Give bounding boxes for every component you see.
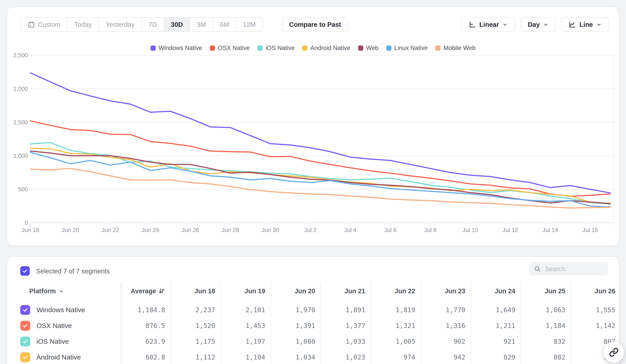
date-value: 1,023: [346, 353, 365, 361]
date-value: 1,034: [296, 353, 315, 361]
search-icon: [534, 265, 541, 273]
column-divider: [370, 283, 371, 364]
platform-name: OSX Native: [37, 322, 72, 329]
row-checkbox[interactable]: [20, 336, 30, 346]
date-value: 1,112: [196, 353, 215, 361]
table-row: OSX Native876.51,5201,4531,3911,3771,321…: [7, 318, 619, 334]
average-header-label: Average: [131, 288, 156, 295]
svg-text:Jul 16: Jul 16: [583, 227, 598, 233]
average-column-header[interactable]: Average: [131, 288, 165, 295]
svg-text:2,500: 2,500: [13, 52, 28, 59]
row-checkbox[interactable]: [20, 352, 30, 362]
date-column-header[interactable]: Jun 22: [394, 288, 415, 295]
date-value: 1,649: [496, 306, 515, 314]
search-box: [529, 262, 608, 275]
svg-text:Jun 26: Jun 26: [182, 227, 199, 233]
date-value: 921: [504, 338, 515, 345]
table-rows: Windows Native1,184.82,2372,1011,9701,89…: [7, 302, 619, 364]
selected-summary: Selected 7 of 7 segments: [36, 268, 110, 275]
date-column-header[interactable]: Jun 25: [545, 288, 565, 295]
svg-text:Jul 6: Jul 6: [384, 227, 397, 233]
column-divider: [571, 283, 571, 364]
date-value: 2,101: [246, 306, 265, 314]
chevron-down-icon: [59, 289, 64, 294]
share-link-fab[interactable]: [603, 342, 624, 363]
date-column-header[interactable]: Jun 18: [195, 288, 215, 295]
table-row: Windows Native1,184.82,2372,1011,9701,89…: [7, 302, 619, 318]
date-value: 1,033: [346, 338, 365, 345]
average-value: 876.5: [146, 322, 165, 329]
row-checkbox[interactable]: [20, 305, 30, 315]
average-value: 623.9: [146, 338, 165, 345]
date-value: 1,453: [246, 322, 265, 329]
column-divider: [220, 283, 221, 364]
sort-descending-icon: [158, 288, 165, 295]
date-value: 1,377: [346, 322, 365, 329]
svg-text:Jun 20: Jun 20: [62, 227, 79, 233]
line-chart: 05001,0001,5002,0002,500Jun 18Jun 20Jun …: [7, 7, 620, 241]
date-value: 1,555: [596, 306, 615, 314]
column-divider: [320, 283, 321, 364]
row-checkbox[interactable]: [20, 321, 30, 331]
date-value: 1,211: [496, 322, 515, 329]
platform-name: iOS Native: [37, 338, 69, 345]
date-column-header[interactable]: Jun 20: [295, 288, 315, 295]
svg-text:Jun 30: Jun 30: [262, 227, 279, 233]
check-icon: [22, 338, 28, 344]
column-divider: [170, 283, 171, 364]
link-icon: [609, 348, 619, 357]
platform-name: Android Native: [37, 353, 81, 361]
date-value: 829: [504, 353, 515, 361]
svg-text:Jul 2: Jul 2: [304, 227, 317, 233]
date-value: 1,005: [396, 338, 415, 345]
average-value: 1,184.8: [138, 306, 165, 314]
date-column-header[interactable]: Jun 21: [345, 288, 365, 295]
svg-text:Jun 24: Jun 24: [142, 227, 159, 233]
svg-text:Jul 8: Jul 8: [424, 227, 436, 233]
date-value: 1,184: [546, 322, 565, 329]
svg-text:1,000: 1,000: [13, 152, 28, 159]
date-column-header[interactable]: Jun 23: [445, 288, 465, 295]
table-row: Android Native602.81,1121,1041,0341,0239…: [7, 349, 619, 364]
date-value: 1,316: [446, 322, 465, 329]
date-value: 1,391: [296, 322, 315, 329]
date-value: 882: [554, 353, 565, 361]
platform-name: Windows Native: [37, 306, 85, 314]
date-value: 902: [454, 338, 465, 345]
check-icon: [22, 354, 28, 360]
date-value: 1,197: [246, 338, 265, 345]
svg-text:Jun 18: Jun 18: [22, 227, 39, 233]
column-divider: [121, 283, 121, 364]
date-value: 1,891: [346, 306, 365, 314]
column-divider: [421, 283, 421, 364]
chart-card: CustomTodayYesterday7D30D3M6M12M Compare…: [7, 7, 619, 246]
date-value: 1,770: [446, 306, 465, 314]
column-divider: [520, 283, 521, 364]
check-icon: [22, 307, 28, 313]
date-column-header[interactable]: Jun 24: [495, 288, 515, 295]
search-input[interactable]: [545, 265, 601, 273]
select-all-checkbox[interactable]: [20, 266, 30, 276]
date-column-header[interactable]: Jun 26: [595, 288, 615, 295]
svg-text:1,500: 1,500: [13, 119, 28, 126]
date-value: 974: [404, 353, 415, 361]
series-line-windows-native: [30, 73, 610, 193]
column-divider: [271, 283, 271, 364]
date-value: 1,819: [396, 306, 415, 314]
date-column-header[interactable]: Jun 19: [244, 288, 265, 295]
date-value: 832: [554, 338, 565, 345]
check-icon: [22, 268, 28, 274]
svg-text:Jun 22: Jun 22: [102, 227, 119, 233]
date-value: 1,104: [246, 353, 265, 361]
segments-table-card: Selected 7 of 7 segments Platform Averag…: [7, 256, 619, 364]
table-row: iOS Native623.91,1751,1971,0801,0331,005…: [7, 334, 619, 349]
svg-text:2,000: 2,000: [13, 85, 28, 92]
column-divider: [470, 283, 471, 364]
date-value: 2,237: [196, 306, 215, 314]
svg-text:Jul 12: Jul 12: [503, 227, 518, 233]
platform-column-header[interactable]: Platform: [29, 288, 64, 295]
svg-text:Jul 14: Jul 14: [542, 227, 558, 233]
svg-text:0: 0: [25, 219, 28, 226]
average-value: 602.8: [146, 353, 165, 361]
date-value: 1,663: [546, 306, 565, 314]
